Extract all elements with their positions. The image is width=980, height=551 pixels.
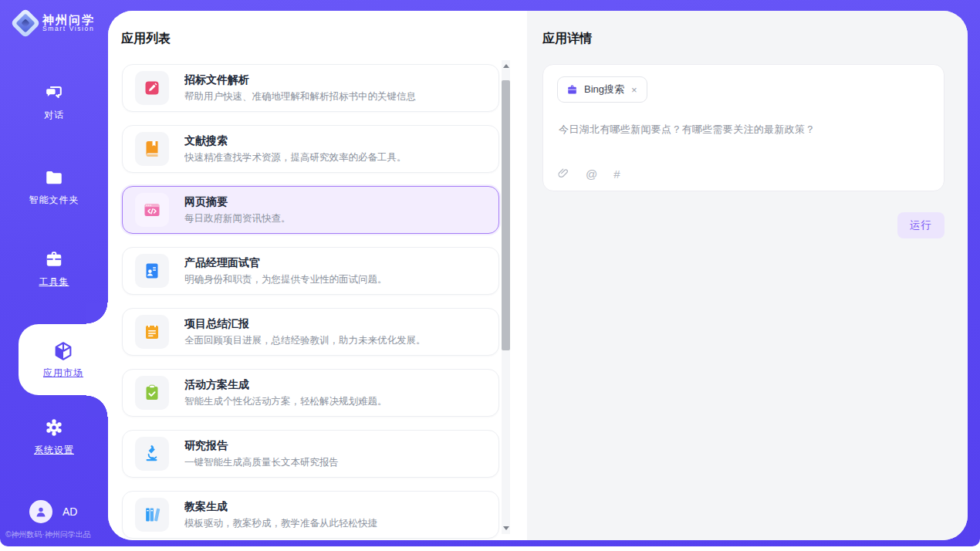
app-card-title: 教案生成 [184, 500, 377, 514]
app-card-event-plan[interactable]: 活动方案生成 智能生成个性化活动方案，轻松解决规划难题。 [122, 369, 499, 417]
sidebar-item-settings[interactable]: 系统设置 [0, 417, 108, 457]
paperclip-icon[interactable] [557, 167, 569, 180]
toolbox-icon [43, 248, 65, 270]
composer-toolbar: @ # [557, 167, 930, 180]
run-button[interactable]: 运行 [897, 212, 945, 238]
sidebar-item-label: 应用市场 [43, 367, 83, 380]
app-card-title: 招标文件解析 [184, 73, 416, 87]
interview-doc-icon [135, 254, 169, 288]
query-text[interactable]: 今日湖北有哪些新闻要点？有哪些需要关注的最新政策？ [559, 123, 930, 137]
app-card-desc: 每日政府新闻资讯快查。 [184, 212, 291, 225]
briefcase-icon [566, 84, 578, 96]
sidebar-item-label: 系统设置 [34, 444, 74, 457]
pen-square-icon [135, 71, 169, 105]
brand-logo-icon [14, 12, 37, 35]
app-card-title: 项目总结汇报 [184, 317, 426, 331]
app-detail-panel: 应用详情 Bing搜索 × 今日湖北有哪些新闻要点？有哪些需要关注的最新政策？ [527, 11, 968, 540]
sidebar-item-label: 工具集 [39, 276, 69, 289]
app-root: 神州问学 Smart Vision 对话 智能文件夹 工具集 应用市场 系统设置 [0, 0, 980, 551]
app-card-research-report[interactable]: 研究报告 一键智能生成高质量长文本研究报告 [122, 430, 499, 478]
chat-icon [43, 82, 65, 103]
app-card-lesson-plan[interactable]: 教案生成 模板驱动，教案秒成，教学准备从此轻松快捷 [122, 491, 499, 539]
user-name: AD [63, 505, 77, 518]
at-icon[interactable]: @ [586, 168, 597, 180]
hash-icon[interactable]: # [613, 168, 620, 180]
sidebar: 神州问学 Smart Vision 对话 智能文件夹 工具集 应用市场 系统设置 [0, 0, 108, 546]
sidebar-item-chat[interactable]: 对话 [0, 82, 108, 122]
app-card-title: 产品经理面试官 [184, 256, 387, 270]
app-detail-title: 应用详情 [542, 31, 945, 47]
books-icon [135, 498, 169, 532]
clipboard-check-icon [135, 376, 169, 410]
browser-code-icon [135, 193, 169, 227]
app-list-panel: 应用列表 招标文件解析 帮助用户快速、准确地理解和解析招标书中的关键信息 文献搜… [108, 11, 527, 540]
main-window: 应用列表 招标文件解析 帮助用户快速、准确地理解和解析招标书中的关键信息 文献搜… [108, 11, 968, 540]
app-card-literature-search[interactable]: 文献搜索 快速精准查找学术资源，提高研究效率的必备工具。 [122, 125, 499, 173]
app-card-desc: 智能生成个性化活动方案，轻松解决规划难题。 [184, 395, 387, 408]
brand-name: 神州问学 [42, 14, 95, 26]
tab-fillet-top [86, 303, 108, 324]
avatar [29, 500, 52, 523]
app-card-desc: 一键智能生成高质量长文本研究报告 [184, 456, 339, 469]
app-card-desc: 快速精准查找学术资源，提高研究效率的必备工具。 [184, 151, 407, 164]
run-row: 运行 [542, 212, 945, 238]
copyright-text: ©神州数码·神州问学出品 [5, 529, 91, 540]
app-card-tender-analysis[interactable]: 招标文件解析 帮助用户快速、准确地理解和解析招标书中的关键信息 [122, 64, 499, 112]
sidebar-item-label: 智能文件夹 [29, 194, 79, 207]
app-card-title: 研究报告 [184, 439, 339, 453]
app-card-web-summary[interactable]: 网页摘要 每日政府新闻资讯快查。 [122, 186, 499, 234]
sidebar-item-toolset[interactable]: 工具集 [0, 248, 108, 289]
scroll-down-icon[interactable] [503, 526, 509, 530]
tool-tag-bing-search[interactable]: Bing搜索 × [557, 76, 647, 103]
sidebar-item-label: 对话 [44, 109, 64, 122]
app-card-desc: 帮助用户快速、准确地理解和解析招标书中的关键信息 [184, 90, 416, 103]
app-card-project-summary[interactable]: 项目总结汇报 全面回顾项目进展，总结经验教训，助力未来优化发展。 [122, 308, 499, 356]
app-card-desc: 模板驱动，教案秒成，教学准备从此轻松快捷 [184, 517, 377, 530]
gear-icon [43, 417, 65, 438]
tool-tag-label: Bing搜索 [584, 83, 624, 96]
scrollbar-thumb[interactable] [502, 80, 510, 350]
scroll-up-icon[interactable] [503, 64, 509, 68]
user-account[interactable]: AD [29, 500, 77, 523]
brand-subtitle: Smart Vision [42, 25, 95, 32]
person-icon [34, 505, 48, 519]
sidebar-item-folder[interactable]: 智能文件夹 [0, 167, 108, 207]
cube-icon [52, 340, 74, 362]
app-card-pm-interviewer[interactable]: 产品经理面试官 明确身份和职责，为您提供专业性的面试问题。 [122, 247, 499, 295]
app-frame: 神州问学 Smart Vision 对话 智能文件夹 工具集 应用市场 系统设置 [0, 0, 980, 546]
app-card-title: 网页摘要 [184, 195, 291, 209]
tab-fillet-bottom [86, 395, 108, 417]
brand: 神州问学 Smart Vision [14, 12, 95, 35]
scrollbar[interactable] [502, 60, 510, 534]
app-card-title: 活动方案生成 [184, 378, 387, 392]
app-card-title: 文献搜索 [184, 134, 407, 148]
book-icon [135, 132, 169, 166]
sidebar-item-market[interactable]: 应用市场 [19, 324, 108, 395]
composer-card: Bing搜索 × 今日湖北有哪些新闻要点？有哪些需要关注的最新政策？ @ # [542, 64, 945, 191]
notepad-icon [135, 315, 169, 349]
app-card-desc: 明确身份和职责，为您提供专业性的面试问题。 [184, 273, 387, 286]
folder-icon [43, 167, 65, 188]
app-card-list: 招标文件解析 帮助用户快速、准确地理解和解析招标书中的关键信息 文献搜索 快速精… [122, 64, 499, 539]
microscope-icon [135, 437, 169, 471]
app-card-desc: 全面回顾项目进展，总结经验教训，助力未来优化发展。 [184, 334, 426, 347]
close-icon[interactable]: × [630, 85, 638, 95]
app-list-title: 应用列表 [121, 31, 171, 47]
